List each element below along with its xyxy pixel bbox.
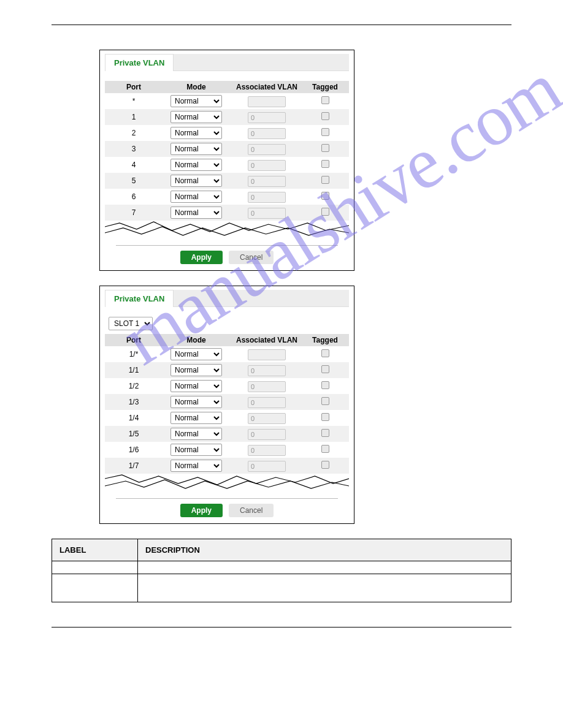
torn-edge-graphic [105, 219, 349, 238]
tagged-cell [304, 191, 347, 202]
associated-vlan-input[interactable] [248, 365, 286, 376]
port-cell: 1/5 [105, 430, 163, 438]
mode-select[interactable]: Normal [170, 95, 222, 107]
tagged-checkbox[interactable] [321, 144, 329, 152]
apply-button[interactable]: Apply [180, 251, 223, 264]
associated-vlan-input[interactable] [248, 397, 286, 408]
header-associated-vlan: Associated VLAN [230, 83, 304, 91]
associated-vlan-input[interactable] [248, 112, 286, 123]
associated-vlan-cell [230, 412, 304, 424]
mode-select[interactable]: Normal [170, 207, 222, 219]
tagged-checkbox[interactable] [321, 160, 329, 168]
mode-cell: Normal [163, 444, 230, 456]
tagged-checkbox[interactable] [321, 365, 329, 373]
associated-vlan-input[interactable] [248, 176, 286, 187]
mode-select[interactable]: Normal [170, 348, 222, 360]
tagged-checkbox[interactable] [321, 461, 329, 469]
mode-select[interactable]: Normal [170, 364, 222, 376]
associated-vlan-cell [230, 127, 304, 139]
table-row: 1Normal [105, 109, 349, 125]
mode-select[interactable]: Normal [170, 159, 222, 171]
slot-select[interactable]: SLOT 1 [109, 317, 153, 330]
mode-select[interactable]: Normal [170, 412, 222, 424]
cancel-button[interactable]: Cancel [229, 504, 274, 517]
apply-button[interactable]: Apply [180, 504, 223, 517]
table-row: 1/7Normal [105, 458, 349, 474]
table-row: *Normal [105, 93, 349, 109]
associated-vlan-input[interactable] [248, 461, 286, 472]
mode-select[interactable]: Normal [170, 428, 222, 440]
header-associated-vlan: Associated VLAN [230, 336, 304, 344]
mode-cell: Normal [163, 159, 230, 171]
button-separator [116, 498, 338, 499]
mode-select[interactable]: Normal [170, 111, 222, 123]
table-row: 1/4Normal [105, 410, 349, 426]
mode-cell: Normal [163, 412, 230, 424]
associated-vlan-cell [230, 112, 304, 123]
associated-vlan-cell [230, 143, 304, 155]
associated-vlan-input[interactable] [248, 349, 286, 360]
port-cell: 4 [105, 161, 163, 169]
port-cell: 1/1 [105, 366, 163, 374]
private-vlan-panel-stacking: Private VLAN SLOT 1 Port Mode Associated… [99, 286, 354, 524]
cancel-button[interactable]: Cancel [229, 251, 274, 264]
tagged-checkbox[interactable] [321, 397, 329, 405]
tagged-cell [304, 207, 347, 218]
tagged-checkbox[interactable] [321, 208, 329, 216]
tab-filler [174, 54, 349, 71]
header-tagged: Tagged [304, 336, 347, 344]
mode-cell: Normal [163, 95, 230, 107]
tagged-checkbox[interactable] [321, 96, 329, 104]
table-row: 6Normal [105, 189, 349, 205]
cell-description [138, 561, 511, 574]
mode-cell: Normal [163, 175, 230, 187]
tagged-checkbox[interactable] [321, 429, 329, 437]
mode-cell: Normal [163, 460, 230, 472]
associated-vlan-input[interactable] [248, 96, 286, 107]
bottom-separator [52, 627, 511, 628]
mode-cell: Normal [163, 396, 230, 408]
cell-label [52, 561, 138, 574]
associated-vlan-input[interactable] [248, 128, 286, 139]
mode-select[interactable]: Normal [170, 175, 222, 187]
associated-vlan-input[interactable] [248, 144, 286, 155]
tagged-checkbox[interactable] [321, 128, 329, 136]
mode-select[interactable]: Normal [170, 380, 222, 392]
mode-select[interactable]: Normal [170, 143, 222, 155]
mode-select[interactable]: Normal [170, 127, 222, 139]
port-cell: 1/6 [105, 446, 163, 454]
associated-vlan-cell [230, 396, 304, 408]
tab-private-vlan[interactable]: Private VLAN [105, 290, 174, 307]
tagged-cell [304, 460, 347, 471]
tagged-checkbox[interactable] [321, 349, 329, 357]
tagged-cell [304, 143, 347, 154]
associated-vlan-input[interactable] [248, 413, 286, 424]
mode-cell: Normal [163, 428, 230, 440]
mode-select[interactable]: Normal [170, 191, 222, 203]
tagged-checkbox[interactable] [321, 381, 329, 389]
mode-select[interactable]: Normal [170, 460, 222, 472]
header-mode: Mode [163, 83, 230, 91]
associated-vlan-input[interactable] [248, 429, 286, 440]
associated-vlan-input[interactable] [248, 381, 286, 392]
button-row: Apply Cancel [105, 504, 349, 517]
associated-vlan-input[interactable] [248, 192, 286, 203]
associated-vlan-input[interactable] [248, 208, 286, 219]
tagged-checkbox[interactable] [321, 112, 329, 120]
associated-vlan-input[interactable] [248, 160, 286, 171]
tagged-checkbox[interactable] [321, 445, 329, 453]
header-port: Port [105, 336, 163, 344]
mode-select[interactable]: Normal [170, 444, 222, 456]
table-row: 1/6Normal [105, 442, 349, 458]
cell-description [138, 574, 511, 602]
tagged-checkbox[interactable] [321, 176, 329, 184]
table-row: 1/3Normal [105, 394, 349, 410]
mode-select[interactable]: Normal [170, 396, 222, 408]
port-cell: 1/3 [105, 398, 163, 406]
tagged-checkbox[interactable] [321, 192, 329, 200]
mode-cell: Normal [163, 380, 230, 392]
tagged-checkbox[interactable] [321, 413, 329, 421]
associated-vlan-input[interactable] [248, 445, 286, 456]
tab-private-vlan[interactable]: Private VLAN [105, 54, 174, 71]
header-tagged: Tagged [304, 83, 347, 91]
